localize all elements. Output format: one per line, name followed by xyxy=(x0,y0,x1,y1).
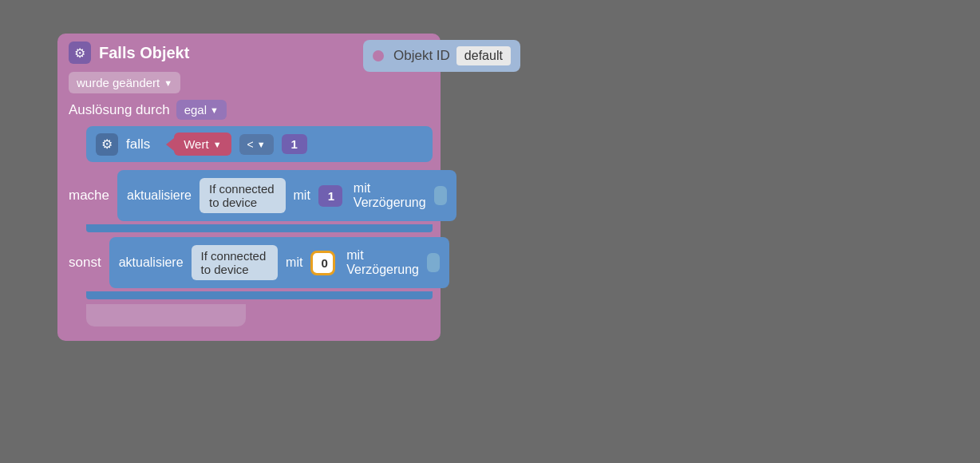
falls-value-badge[interactable]: 1 xyxy=(282,134,307,154)
mache-mit-label: mit xyxy=(294,188,310,203)
bottom-connector xyxy=(86,304,246,326)
mache-delay-checkbox[interactable] xyxy=(434,186,447,205)
sonst-aktualisiere-label: aktualisiere xyxy=(119,255,184,270)
mache-label-area: mache xyxy=(57,167,117,224)
sonst-label: sonst xyxy=(69,255,101,271)
falls-objekt-block: ⚙ Falls Objekt wurde geändert ▼ Auslösun… xyxy=(57,34,441,341)
egal-arrow-icon: ▼ xyxy=(210,105,219,115)
objekt-id-label: Objekt ID xyxy=(393,48,450,64)
mache-delay-label: mit Verzögerung xyxy=(354,181,426,210)
operator-arrow-icon: ▼ xyxy=(257,140,266,149)
sonst-action-block: aktualisiere If connected to device mit … xyxy=(109,237,450,288)
wert-dropdown[interactable]: Wert ▼ xyxy=(174,133,231,156)
operator-dropdown[interactable]: < ▼ xyxy=(239,134,274,155)
sonst-delay-checkbox[interactable] xyxy=(427,253,440,272)
sonst-bottom-spacer xyxy=(86,291,433,299)
sonst-value-badge[interactable]: 0 xyxy=(310,251,335,275)
falls-gear-icon[interactable]: ⚙ xyxy=(96,133,118,156)
wert-arrow-icon: ▼ xyxy=(213,140,222,149)
sonst-mit-label: mit xyxy=(286,255,302,270)
mache-section: mache aktualisiere If connected to devic… xyxy=(57,167,441,224)
wurde-geaendert-dropdown[interactable]: wurde geändert ▼ xyxy=(69,72,180,93)
falls-label: falls xyxy=(126,137,150,152)
dropdown-arrow-icon: ▼ xyxy=(164,78,172,88)
falls-objekt-title: Falls Objekt xyxy=(99,44,189,62)
mache-device-tag[interactable]: If connected to device xyxy=(200,178,286,213)
wert-connector: Wert ▼ xyxy=(166,133,231,156)
connector-notch xyxy=(373,50,384,61)
mache-aktualisiere-label: aktualisiere xyxy=(127,188,192,203)
mache-label: mache xyxy=(69,188,109,204)
sonst-label-area: sonst xyxy=(57,234,109,291)
wert-notch-icon xyxy=(166,138,174,151)
auslosung-label: Auslösung durch xyxy=(69,102,170,118)
falls-objekt-gear-icon[interactable]: ⚙ xyxy=(69,42,91,64)
objekt-id-value[interactable]: default xyxy=(456,46,511,65)
egal-dropdown[interactable]: egal ▼ xyxy=(176,100,227,120)
mache-sonst-spacer xyxy=(86,224,433,232)
sonst-delay-label: mit Verzögerung xyxy=(346,248,419,277)
sonst-section: sonst aktualisiere If connected to devic… xyxy=(57,234,441,291)
mache-action-block: aktualisiere If connected to device mit … xyxy=(117,170,456,221)
falls-inner-block: ⚙ falls Wert ▼ < ▼ 1 xyxy=(86,126,433,162)
sonst-device-tag[interactable]: If connected to device xyxy=(192,245,279,280)
objekt-id-block: Objekt ID default xyxy=(363,40,520,72)
mache-value-badge[interactable]: 1 xyxy=(318,185,342,207)
